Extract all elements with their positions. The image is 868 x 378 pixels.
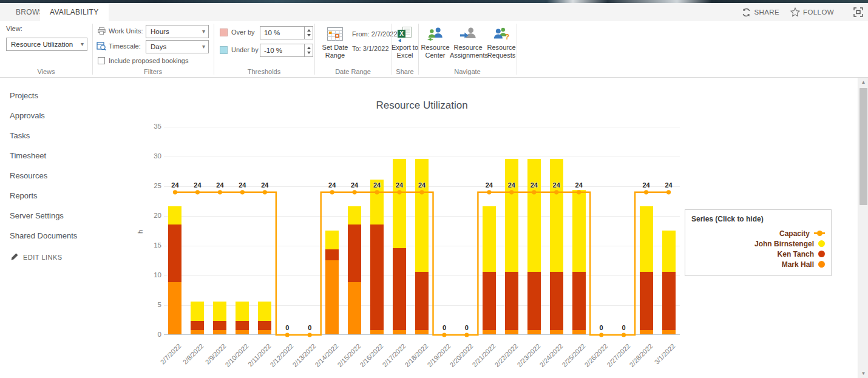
focus-mode-button[interactable]	[853, 7, 863, 17]
follow-star-icon	[790, 7, 800, 17]
ribbon-group-date-range: Set Date Range From: 2/7/2022 To: 3/1/20…	[314, 21, 392, 77]
vertical-scrollbar[interactable]: ▲ ▼	[858, 78, 868, 378]
scrollbar-down-arrow[interactable]: ▼	[858, 369, 868, 378]
work-units-label: Work Units:	[109, 27, 143, 35]
capacity-point	[419, 190, 424, 194]
legend-item-capacity[interactable]: Capacity	[691, 228, 825, 238]
capacity-line	[164, 127, 680, 335]
pencil-icon	[11, 252, 19, 262]
work-units-dropdown[interactable]: Hours	[146, 25, 209, 38]
y-tick-label: 25	[143, 182, 161, 189]
ribbon-group-navigate: Resource Center Resource Assignments ? R…	[418, 21, 517, 77]
export-to-excel-label: Export to Excel	[392, 44, 418, 59]
capacity-value-label: 24	[233, 181, 251, 189]
capacity-point	[375, 190, 379, 194]
ribbon-tab-bar: BROWSE AVAILABILITY SHARE FOLLOW	[0, 3, 868, 21]
include-proposed-checkbox[interactable]	[98, 57, 105, 64]
capacity-point	[644, 190, 648, 194]
svg-text:X: X	[399, 30, 404, 37]
capacity-point	[263, 190, 267, 194]
y-tick-label: 0	[143, 331, 161, 338]
chart-legend: Series (Click to hide) Capacity John Bir…	[685, 209, 832, 276]
over-by-spinner[interactable]	[305, 26, 313, 39]
ribbon-group-share: X Export to Excel Share	[392, 21, 418, 77]
ribbon-separator	[517, 24, 517, 75]
capacity-value-label: 24	[570, 181, 588, 189]
sidebar-item-reports[interactable]: Reports	[0, 187, 140, 204]
legend-item-ken-tanch[interactable]: Ken Tanch	[691, 249, 825, 259]
y-axis-ticks: 05101520253035	[141, 127, 161, 335]
scrollbar-up-arrow[interactable]: ▲	[858, 78, 868, 87]
view-dropdown[interactable]: Resource Utilization	[6, 38, 87, 51]
capacity-point	[240, 190, 245, 194]
capacity-value-label: 24	[256, 181, 274, 189]
capacity-point	[532, 190, 536, 194]
resource-requests-button[interactable]: ? Resource Requests	[486, 26, 517, 59]
share-group-label: Share	[392, 68, 418, 75]
share-label: SHARE	[754, 8, 779, 16]
resource-assignments-button[interactable]: Resource Assignments	[450, 26, 486, 59]
y-tick-label: 15	[143, 241, 161, 249]
resource-center-button[interactable]: Resource Center	[419, 26, 451, 59]
capacity-point	[599, 332, 603, 337]
excel-icon: X	[390, 26, 420, 42]
y-tick-label: 10	[143, 271, 161, 278]
work-units-icon	[97, 27, 106, 38]
capacity-point	[442, 332, 446, 337]
capacity-point	[554, 190, 558, 194]
scrollbar-thumb[interactable]	[860, 88, 867, 205]
tab-availability[interactable]: AVAILABILITY	[40, 3, 109, 21]
legend-label: Mark Hall	[782, 260, 814, 269]
legend-item-john-birnstengel[interactable]: John Birnstengel	[691, 238, 825, 249]
resource-requests-icon: ?	[486, 26, 517, 42]
view-label: View:	[6, 25, 22, 32]
over-by-swatch	[220, 29, 228, 36]
sidebar-item-shared-documents[interactable]: Shared Documents	[0, 228, 140, 244]
sidebar-item-tasks[interactable]: Tasks	[0, 127, 140, 144]
capacity-value-label: 24	[211, 181, 229, 189]
capacity-point	[308, 332, 312, 337]
date-range-to: To: 3/1/2022	[352, 45, 389, 52]
sidebar-item-approvals[interactable]: Approvals	[0, 107, 140, 124]
capacity-value-label: 0	[458, 324, 476, 331]
capacity-point	[666, 190, 671, 194]
ribbon-group-views: View: Resource Utilization Views	[0, 21, 92, 77]
under-by-spinner[interactable]	[305, 44, 313, 57]
edit-links-button[interactable]: EDIT LINKS	[0, 252, 140, 262]
sidebar-item-projects[interactable]: Projects	[0, 87, 140, 104]
timescale-icon	[97, 41, 106, 53]
capacity-point	[397, 190, 401, 194]
capacity-point	[353, 190, 357, 194]
under-by-input[interactable]	[260, 44, 305, 57]
include-proposed-label: Include proposed bookings	[109, 57, 188, 64]
over-by-input[interactable]	[260, 26, 305, 39]
legend-item-mark-hall[interactable]: Mark Hall	[691, 259, 825, 269]
export-to-excel-button[interactable]: X Export to Excel	[390, 26, 420, 59]
follow-button[interactable]: FOLLOW	[790, 7, 834, 17]
capacity-value-label: 24	[480, 181, 498, 189]
resource-assignments-label: Resource Assignments	[450, 44, 488, 59]
calendar-icon	[318, 26, 352, 42]
over-by-label: Over by	[231, 29, 255, 36]
suite-actions: SHARE FOLLOW	[742, 3, 863, 21]
navigate-group-label: Navigate	[418, 68, 517, 75]
capacity-point	[577, 190, 581, 194]
timescale-dropdown[interactable]: Days	[146, 40, 209, 53]
capacity-value-label: 24	[413, 181, 431, 189]
sidebar-item-timesheet[interactable]: Timesheet	[0, 147, 140, 164]
share-button[interactable]: SHARE	[742, 8, 779, 17]
quick-launch-sidebar: Projects Approvals Tasks Timesheet Resou…	[0, 78, 140, 378]
capacity-point	[173, 190, 177, 194]
under-by-label: Under by	[231, 46, 259, 53]
edit-links-label: EDIT LINKS	[23, 254, 63, 261]
date-range-group-label: Date Range	[314, 68, 392, 75]
capacity-value-label: 0	[592, 324, 611, 331]
share-sync-icon	[742, 8, 751, 17]
set-date-range-button[interactable]: Set Date Range	[318, 26, 352, 59]
capacity-line-marker	[814, 232, 825, 234]
capacity-value-label: 0	[435, 324, 453, 331]
sidebar-item-server-settings[interactable]: Server Settings	[0, 208, 140, 224]
ribbon: View: Resource Utilization Views Work Un…	[0, 21, 868, 78]
timescale-label: Timescale:	[109, 42, 141, 50]
sidebar-item-resources[interactable]: Resources	[0, 167, 140, 184]
